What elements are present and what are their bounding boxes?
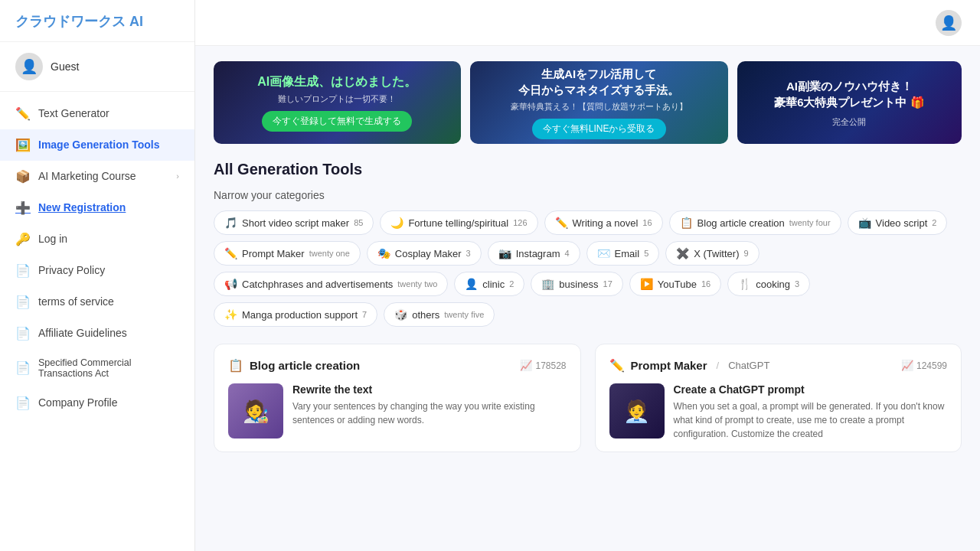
cat-label: cooking	[756, 279, 790, 290]
sidebar-item-ai-marketing[interactable]: 📦 AI Marketing Course ›	[0, 161, 194, 192]
sidebar-item-privacy-policy[interactable]: 📄 Privacy Policy	[0, 255, 194, 286]
sidebar-item-label: New Registration	[38, 201, 126, 214]
cat-tag-blog-article[interactable]: 📋 Blog article creation twenty four	[669, 210, 841, 235]
logo: クラウドワークス AI	[0, 0, 194, 42]
card-header: ✏️ Prompt Maker / ChatGPT 📈 124599	[609, 358, 948, 373]
topbar-avatar[interactable]: 👤	[936, 10, 962, 36]
banner-3[interactable]: AI副業のノウハウ付き！豪華6大特典プレゼント中 🎁 完全公開	[737, 61, 962, 144]
megaphone-icon: 📢	[224, 278, 237, 290]
cat-count: 5	[644, 249, 648, 258]
banner-2[interactable]: 生成AIをフル活用して今日からマネタイズする手法。 豪華特典貰える！【質問し放題…	[470, 61, 728, 144]
cat-tag-youtube[interactable]: ▶️ YouTube 16	[629, 272, 721, 296]
username: Guest	[51, 60, 79, 73]
cat-tag-email[interactable]: ✉️ Email 5	[586, 241, 660, 266]
banner-1[interactable]: AI画像生成、はじめました。 難しいプロンプトは一切不要！ 今すぐ登録して無料で…	[214, 61, 461, 144]
banner-1-button[interactable]: 今すぐ登録して無料で生成する	[262, 111, 412, 132]
card-item-title: Rewrite the text	[292, 383, 567, 396]
cat-label: Cosplay Maker	[395, 248, 462, 259]
card-count: 📈 124599	[901, 360, 947, 371]
cat-tag-manga[interactable]: ✨ Manga production support 7	[214, 302, 377, 327]
cat-count: twenty one	[309, 249, 350, 258]
dice-icon: 🎲	[394, 308, 407, 321]
theater-icon: 🎭	[377, 247, 390, 259]
plus-icon: ➕	[15, 201, 31, 215]
card-item-desc: Vary your sentences by changing the way …	[292, 399, 567, 427]
tool-card-prompt-maker[interactable]: ✏️ Prompt Maker / ChatGPT 📈 124599 🧑‍💼	[595, 344, 962, 452]
cat-count: 85	[354, 218, 363, 227]
camera-icon: 📷	[498, 247, 511, 259]
sidebar-item-log-in[interactable]: 🔑 Log in	[0, 223, 194, 255]
cat-tag-video-script[interactable]: 📺 Video script 2	[848, 210, 948, 235]
sidebar-item-label: AI Marketing Course	[38, 170, 136, 182]
cat-tag-others[interactable]: 🎲 others twenty five	[384, 302, 495, 327]
cat-label: Fortune telling/spiritual	[408, 217, 508, 229]
sidebar-item-new-registration[interactable]: ➕ New Registration	[0, 192, 194, 223]
card-item: 🧑‍🎨 Rewrite the text Vary your sentences…	[228, 383, 567, 439]
doc-icon: 📄	[15, 396, 31, 410]
card-subtitle: ChatGPT	[728, 360, 769, 371]
category-tags: 🎵 Short video script maker 85 🌙 Fortune …	[214, 210, 962, 327]
box-icon: 📦	[15, 169, 31, 184]
cat-tag-prompt-maker[interactable]: ✏️ Prompt Maker twenty one	[214, 241, 361, 266]
section-heading: All Generation Tools	[214, 161, 962, 178]
cat-tag-fortune[interactable]: 🌙 Fortune telling/spiritual 126	[380, 210, 537, 235]
cat-label: others	[412, 309, 439, 321]
cat-tag-business[interactable]: 🏢 business 17	[531, 272, 623, 296]
cat-count: 4	[564, 249, 569, 258]
card-item: 🧑‍💼 Create a ChatGPT prompt When you set…	[609, 383, 948, 441]
cat-tag-cooking[interactable]: 🍴 cooking 3	[727, 272, 810, 296]
tv-icon: 📺	[858, 217, 871, 229]
sidebar-item-label: Image Generation Tools	[38, 139, 159, 151]
card-title: Blog article creation	[250, 359, 360, 372]
sidebar: クラウドワークス AI 👤 Guest ✏️ Text Generator 🖼️…	[0, 0, 195, 551]
tool-card-blog-article[interactable]: 📋 Blog article creation 📈 178528 🧑‍🎨 Rew…	[214, 344, 581, 452]
x-icon: ✖️	[676, 247, 689, 259]
doc-icon: 📄	[15, 263, 31, 278]
building-icon: 🏢	[541, 278, 554, 290]
tool-cards-row: 📋 Blog article creation 📈 178528 🧑‍🎨 Rew…	[214, 344, 962, 452]
sidebar-item-affiliate-guidelines[interactable]: 📄 Affiliate Guidelines	[0, 318, 194, 349]
sidebar-item-image-generation[interactable]: 🖼️ Image Generation Tools	[0, 129, 194, 161]
cat-count: twenty four	[789, 218, 831, 227]
sidebar-item-label: terms of service	[38, 295, 114, 308]
person-icon: 👤	[465, 278, 478, 290]
cat-count: twenty five	[444, 310, 484, 319]
email-icon: ✉️	[597, 247, 610, 259]
card-count-value: 178528	[535, 360, 566, 371]
logo-text: クラウドワークス AI	[15, 14, 143, 31]
card-count-value: 124599	[916, 360, 947, 371]
cat-tag-x-twitter[interactable]: ✖️ X (Twitter) 9	[665, 241, 759, 266]
banner-1-subtitle: 難しいプロンプトは一切不要！	[224, 93, 450, 105]
sidebar-item-specified-commercial[interactable]: 📄 Specified Commercial Transactions Act	[0, 349, 194, 387]
user-profile[interactable]: 👤 Guest	[0, 42, 194, 92]
doc-icon: 📄	[15, 326, 31, 341]
sidebar-item-label: Company Profile	[38, 396, 118, 409]
card-item-content: Rewrite the text Vary your sentences by …	[292, 383, 567, 427]
cat-tag-catchphrases[interactable]: 📢 Catchphrases and advertisements twenty…	[214, 272, 448, 296]
cat-count: twenty two	[397, 279, 437, 289]
sidebar-item-label: Specified Commercial Transactions Act	[38, 357, 179, 379]
chevron-right-icon: ›	[176, 171, 179, 181]
cat-tag-cosplay-maker[interactable]: 🎭 Cosplay Maker 3	[367, 241, 482, 266]
avatar: 👤	[15, 53, 43, 80]
sidebar-item-terms-of-service[interactable]: 📄 terms of service	[0, 286, 194, 318]
card-title-group: 📋 Blog article creation	[228, 358, 360, 373]
card-item-title: Create a ChatGPT prompt	[674, 383, 948, 396]
sparkle-icon: ✨	[224, 308, 237, 321]
sidebar-item-company-profile[interactable]: 📄 Company Profile	[0, 387, 194, 419]
cat-tag-short-video[interactable]: 🎵 Short video script maker 85	[214, 210, 374, 235]
cat-label: clinic	[482, 279, 505, 290]
cat-tag-writing-novel[interactable]: ✏️ Writing a novel 16	[544, 210, 663, 235]
cat-tag-clinic[interactable]: 👤 clinic 2	[454, 272, 524, 296]
cat-tag-instagram[interactable]: 📷 Instagram 4	[488, 241, 580, 266]
card-item-desc: When you set a goal, a prompt will be ge…	[674, 399, 948, 441]
image-icon: 🖼️	[15, 138, 31, 152]
youtube-icon: ▶️	[640, 278, 653, 290]
clipboard-icon: 📋	[228, 358, 243, 373]
cat-count: 9	[743, 249, 748, 258]
card-title: Prompt Maker	[631, 359, 707, 372]
sidebar-item-text-generator[interactable]: ✏️ Text Generator	[0, 98, 194, 129]
banner-2-button[interactable]: 今すぐ無料LINEから受取る	[532, 119, 666, 139]
pen-icon: ✏️	[609, 358, 625, 373]
banner-3-subtitle: 完全公開	[748, 116, 951, 128]
